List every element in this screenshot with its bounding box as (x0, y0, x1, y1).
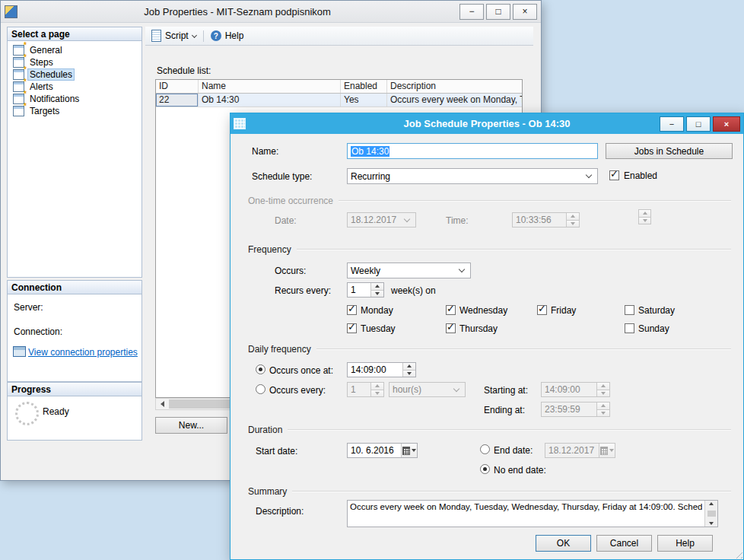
checkbox-sunday[interactable]: ✓ (625, 323, 634, 333)
occurs-every-label: Occurs every: (269, 385, 326, 396)
checkbox-saturday[interactable]: ✓ (625, 305, 634, 315)
page-item-steps[interactable]: Steps (8, 56, 141, 68)
server-icon (13, 346, 26, 357)
cell-enabled[interactable]: Yes (341, 94, 387, 107)
duration-group: Duration (248, 425, 731, 435)
help-button[interactable]: Help (225, 30, 244, 41)
resize-grip[interactable] (733, 549, 742, 558)
calendar-icon[interactable] (401, 444, 417, 457)
window-titlebar[interactable]: Job Properties - MIT-Seznam podpisnikom … (1, 1, 541, 23)
spinner-updown-icon (596, 383, 609, 396)
spinner-updown-icon[interactable] (402, 363, 415, 377)
enabled-checkbox[interactable]: ✓ (609, 170, 619, 180)
scroll-up-icon[interactable] (709, 502, 714, 505)
chevron-down-icon (404, 215, 410, 221)
script-button[interactable]: Script (165, 30, 189, 41)
dialog-maximize-button[interactable]: □ (686, 116, 711, 132)
job-schedule-properties-dialog: Job Schedule Properties - Ob 14:30 − □ ×… (230, 113, 744, 560)
maximize-button[interactable]: □ (486, 4, 510, 20)
column-header-id[interactable]: ID (156, 80, 199, 93)
thursday-label: Thursday (459, 323, 498, 334)
vertical-scrollbar[interactable] (704, 501, 717, 527)
cell-description[interactable]: Occurs every week on Monday, Tue (387, 94, 522, 107)
minimize-button[interactable]: − (459, 4, 484, 20)
end-date-label: End date: (494, 445, 533, 456)
ok-button[interactable]: OK (536, 535, 591, 552)
description-textbox[interactable]: Occurs every week on Monday, Tuesday, We… (347, 500, 718, 527)
occurs-select[interactable]: Weekly (347, 262, 471, 278)
scrollbar-thumb[interactable] (707, 511, 716, 517)
checkbox-friday[interactable]: ✓ (537, 305, 547, 315)
window-title: Job Properties - MIT-Seznam podpisnikom (17, 6, 457, 18)
occurs-every-radio[interactable] (256, 384, 265, 394)
cancel-button[interactable]: Cancel (596, 535, 652, 552)
view-connection-properties-link[interactable]: View connection properties (28, 347, 138, 358)
page-item-schedules[interactable]: Schedules (8, 68, 141, 81)
column-header-name[interactable]: Name (199, 80, 341, 93)
ending-at-spinner: 23:59:59 (541, 402, 610, 417)
end-date-radio[interactable] (480, 444, 490, 454)
check-icon: ✓ (447, 303, 455, 314)
progress-header: Progress (7, 382, 142, 396)
spinner-updown-icon (596, 402, 609, 416)
page-item-alerts[interactable]: Alerts (8, 81, 141, 93)
recurs-every-spinner[interactable]: 1 (347, 282, 384, 298)
summary-header: Summary (248, 486, 287, 497)
recurs-every-label: Recurs every: (275, 285, 331, 296)
scroll-left-button[interactable] (156, 399, 168, 409)
page-item-general[interactable]: General (8, 44, 141, 56)
close-button[interactable]: × (513, 4, 537, 20)
monday-label: Monday (361, 305, 393, 316)
script-dropdown-icon[interactable] (192, 32, 197, 37)
occurs-once-radio[interactable] (256, 364, 265, 374)
name-label: Name: (252, 146, 278, 157)
column-header-enabled[interactable]: Enabled (341, 80, 387, 93)
dialog-minimize-button[interactable]: − (660, 116, 684, 132)
occurs-once-time-spinner[interactable]: 14:09:00 (347, 362, 416, 377)
occurs-once-label: Occurs once at: (269, 365, 333, 376)
page-item-targets[interactable]: Targets (8, 105, 141, 117)
frequency-group: Frequency (248, 244, 731, 255)
one-time-occurrence-group: One-time occurrence (248, 196, 731, 206)
help-button[interactable]: Help (657, 535, 713, 552)
enabled-label: Enabled (624, 170, 657, 181)
no-end-date-radio[interactable] (480, 464, 490, 474)
checkbox-tuesday[interactable]: ✓ (347, 323, 357, 333)
spinner-updown-icon[interactable] (370, 283, 383, 297)
connection-panel: Server: Connection: View connection prop… (7, 294, 142, 382)
table-row[interactable]: 22 Ob 14:30 Yes Occurs every week on Mon… (156, 94, 522, 107)
time-label: Time: (446, 215, 469, 226)
page-icon (13, 45, 24, 56)
dialog-titlebar[interactable]: Job Schedule Properties - Ob 14:30 − □ × (231, 113, 743, 134)
jobs-in-schedule-button[interactable]: Jobs in Schedule (606, 143, 733, 159)
chevron-down-icon (586, 172, 592, 178)
one-time-date-picker: 18.12.2017 (347, 212, 416, 228)
dialog-close-button[interactable]: × (713, 116, 740, 132)
cell-name[interactable]: Ob 14:30 (199, 94, 341, 107)
page-item-notifications[interactable]: Notifications (8, 93, 141, 105)
checkbox-monday[interactable]: ✓ (347, 305, 357, 315)
new-button[interactable]: New... (155, 417, 227, 434)
checkbox-wednesday[interactable]: ✓ (446, 305, 456, 315)
page-icon (13, 69, 24, 80)
description-label: Description: (256, 506, 304, 517)
column-header-description[interactable]: Description (387, 80, 522, 93)
tuesday-label: Tuesday (361, 323, 396, 334)
occurs-once-time-value: 14:09:00 (351, 364, 386, 375)
schedule-type-select[interactable]: Recurring (347, 168, 598, 184)
name-input[interactable]: Ob 14:30 (347, 143, 598, 159)
scroll-down-icon[interactable] (709, 522, 714, 525)
one-time-updown-control (638, 209, 651, 224)
check-icon: ✓ (447, 321, 455, 332)
checkbox-thursday[interactable]: ✓ (446, 323, 456, 333)
start-date-picker[interactable]: 10. 6.2016 (347, 443, 418, 458)
connection-label: Connection: (14, 326, 62, 337)
cell-id[interactable]: 22 (156, 94, 199, 107)
ending-at-label: Ending at: (484, 405, 525, 415)
recurs-every-value: 1 (351, 285, 356, 295)
chevron-down-icon (453, 385, 459, 391)
starting-at-spinner: 14:09:00 (541, 382, 610, 397)
weeks-on-label: week(s) on (391, 285, 436, 296)
start-date-label: Start date: (256, 446, 297, 457)
page-item-label: Schedules (28, 69, 74, 80)
